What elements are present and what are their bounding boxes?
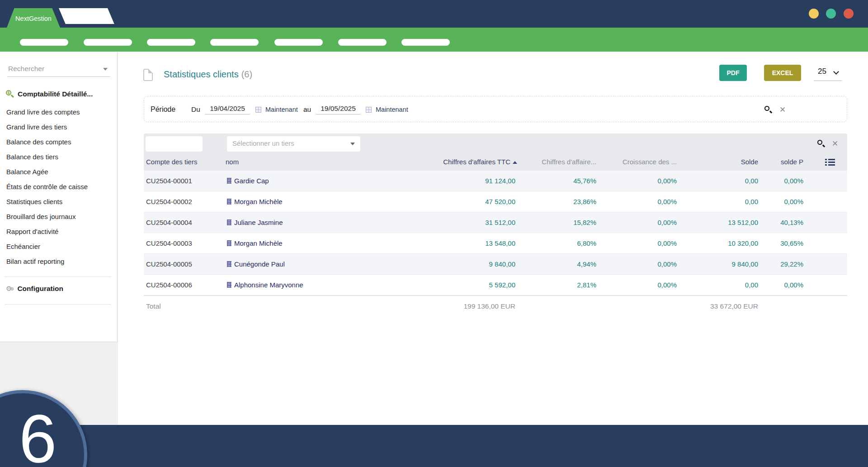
nav-pill-6[interactable]: [338, 39, 387, 46]
cell-croissance: 0,00%: [657, 212, 677, 233]
column-header-compte[interactable]: Compte des tiers: [146, 154, 197, 171]
chevron-down-icon: [103, 68, 108, 71]
cell-account-code: CU2504-00002: [146, 191, 192, 212]
search-icon[interactable]: [817, 140, 825, 148]
cell-client-name[interactable]: Juliane Jasmine: [227, 212, 283, 233]
sidebar-search-input[interactable]: Rechercher: [7, 62, 110, 77]
period-to-input[interactable]: 19/05/2025: [316, 105, 361, 114]
sidebar-search-placeholder: Rechercher: [7, 62, 110, 76]
total-solde: 33 672,00 EUR: [710, 296, 758, 317]
client-name-link[interactable]: Alphonsine Maryvonne: [234, 281, 303, 289]
clear-icon[interactable]: ✕: [832, 140, 838, 148]
nav-pill-7[interactable]: [401, 39, 450, 46]
nav-pill-3[interactable]: [147, 39, 195, 46]
cell-solde-p: 40,13%: [780, 212, 803, 233]
column-header-ca-pct[interactable]: Chiffres d'affaire...: [542, 154, 596, 171]
cell-client-name[interactable]: Morgan Michèle: [227, 191, 283, 212]
column-settings-icon[interactable]: [825, 159, 835, 166]
sidebar-item[interactable]: Bilan actif reporting: [0, 254, 117, 269]
cell-account-code: CU2504-00003: [146, 233, 192, 254]
cell-solde-p: 30,65%: [780, 233, 803, 254]
nav-pill-5[interactable]: [274, 39, 323, 46]
sidebar-item[interactable]: Balance des comptes: [0, 134, 117, 149]
column-header-ca-ttc[interactable]: Chiffres d'affaires TTC: [443, 154, 517, 171]
building-icon: [227, 178, 231, 184]
table-row: CU2504-00002 Morgan Michèle 47 520,00 23…: [144, 191, 847, 212]
cell-ca-pct: 6,80%: [577, 233, 596, 254]
column-header-croissance[interactable]: Croissance des ...: [623, 154, 677, 171]
nav-pill-4[interactable]: [210, 39, 259, 46]
search-icon[interactable]: [764, 106, 772, 114]
sort-ascending-icon: [513, 161, 517, 164]
window-dot-red[interactable]: [844, 9, 854, 19]
total-ca-ttc: 199 136,00 EUR: [463, 296, 515, 317]
nav-pill-2[interactable]: [84, 39, 132, 46]
sidebar-item[interactable]: Balance Agée: [0, 164, 117, 179]
period-from-now-link[interactable]: Maintenant: [265, 96, 298, 123]
sidebar-item[interactable]: Rapport d'activité: [0, 224, 117, 239]
sidebar-item-configuration[interactable]: ⚙⚙ Configuration: [6, 285, 63, 293]
table-row: CU2504-00001 Gardie Cap 91 124,00 45,76%…: [144, 171, 847, 191]
column-header-solde-p[interactable]: solde P: [781, 154, 803, 171]
cell-croissance: 0,00%: [657, 254, 677, 275]
cell-account-code: CU2504-00006: [146, 275, 192, 295]
period-to-now-link[interactable]: Maintenant: [376, 96, 408, 123]
cell-croissance: 0,00%: [657, 171, 677, 191]
cell-solde-p: 0,00%: [784, 171, 803, 191]
cell-solde: 0,00: [745, 275, 758, 295]
sidebar-item[interactable]: Statistiques clients: [0, 194, 117, 209]
page-number-badge: 6: [0, 390, 87, 467]
column-header-solde[interactable]: Solde: [741, 154, 758, 171]
sidebar: Rechercher $ Comptabilité Détaillé... Gr…: [0, 52, 118, 342]
account-filter-input[interactable]: [146, 136, 203, 152]
window-dot-green[interactable]: [826, 9, 836, 19]
page-size-value: 25: [818, 67, 826, 76]
clear-icon[interactable]: ✕: [779, 106, 786, 114]
pdf-button[interactable]: PDF: [719, 65, 747, 81]
brand-secondary-tab[interactable]: [59, 8, 114, 24]
table-filter-bar: Sélectionner un tiers ✕: [144, 133, 847, 154]
sidebar-item[interactable]: États de contrôle de caisse: [0, 179, 117, 194]
brand-tab[interactable]: NextGestion: [7, 8, 60, 28]
building-icon: [227, 282, 231, 288]
calendar-icon[interactable]: [366, 107, 372, 113]
client-name-link[interactable]: Gardie Cap: [234, 177, 269, 185]
cell-solde: 9 840,00: [732, 254, 758, 275]
sidebar-menu: Grand livre des comptesGrand livre des t…: [0, 105, 117, 269]
sidebar-section-label: Comptabilité Détaillé...: [18, 90, 93, 98]
cell-ca-ttc: 13 548,00: [485, 233, 515, 254]
sidebar-item[interactable]: Brouillard des journaux: [0, 209, 117, 224]
cell-client-name[interactable]: Cunégonde Paul: [227, 254, 285, 275]
table-row: CU2504-00005 Cunégonde Paul 9 840,00 4,9…: [144, 254, 847, 275]
sidebar-item[interactable]: Grand livre des tiers: [0, 119, 117, 134]
client-name-link[interactable]: Cunégonde Paul: [234, 260, 285, 268]
client-name-link[interactable]: Morgan Michèle: [234, 239, 283, 247]
sidebar-item[interactable]: Balance des tiers: [0, 149, 117, 164]
building-icon: [227, 261, 231, 267]
cell-ca-pct: 45,76%: [573, 171, 596, 191]
tiers-select[interactable]: Sélectionner un tiers: [227, 136, 360, 152]
sidebar-divider: [5, 276, 111, 277]
sidebar-item[interactable]: Grand livre des comptes: [0, 105, 117, 119]
sidebar-item[interactable]: Echéancier: [0, 239, 117, 254]
table-header: Compte des tiers nom Chiffres d'affaires…: [144, 154, 847, 171]
window-dot-yellow[interactable]: [809, 9, 819, 19]
sidebar-section-comptabilite[interactable]: $ Comptabilité Détaillé...: [6, 90, 93, 98]
cell-ca-pct: 23,86%: [573, 191, 596, 212]
client-name-link[interactable]: Juliane Jasmine: [234, 219, 283, 226]
cell-client-name[interactable]: Gardie Cap: [227, 171, 269, 191]
column-header-nom[interactable]: nom: [226, 154, 239, 171]
table-row: CU2504-00003 Morgan Michèle 13 548,00 6,…: [144, 233, 847, 254]
client-name-link[interactable]: Morgan Michèle: [234, 198, 283, 205]
sidebar-config-label: Configuration: [17, 285, 63, 293]
calendar-icon[interactable]: [255, 107, 261, 113]
page-size-select[interactable]: 25: [814, 66, 842, 81]
excel-button[interactable]: EXCEL: [764, 65, 801, 81]
brand-name: NextGestion: [15, 15, 52, 22]
period-label: Période: [151, 96, 175, 123]
cell-client-name[interactable]: Alphonsine Maryvonne: [227, 275, 303, 295]
period-from-input[interactable]: 19/04/2025: [205, 105, 250, 114]
page-title: Statistiques clients(6): [164, 69, 252, 80]
cell-client-name[interactable]: Morgan Michèle: [227, 233, 283, 254]
nav-pill-1[interactable]: [20, 39, 68, 46]
